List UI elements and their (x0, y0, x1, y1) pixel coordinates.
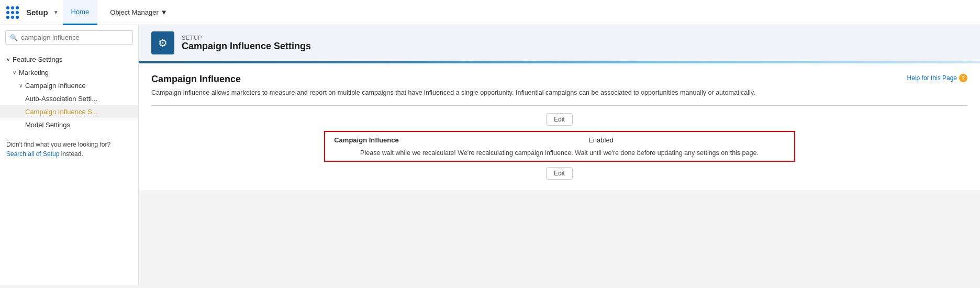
sidebar-item-auto-association[interactable]: Auto-Association Setti... (0, 92, 138, 105)
page-header: ⚙ SETUP Campaign Influence Settings (139, 25, 980, 61)
search-all-setup-link[interactable]: Search all of Setup (6, 150, 59, 158)
sidebar-item-feature-settings[interactable]: ∨ Feature Settings (0, 53, 138, 66)
app-dropdown-arrow[interactable]: ▼ (53, 9, 59, 15)
search-input[interactable] (21, 34, 128, 41)
settings-table: Campaign Influence Enabled Please wait w… (324, 131, 795, 162)
table-value-cell: Enabled (408, 131, 795, 148)
sidebar: 🔍 ∨ Feature Settings ∨ Marketing ∨ Campa… (0, 25, 139, 285)
collapse-arrow-marketing: ∨ (13, 70, 16, 75)
nav-tab-home[interactable]: Home (63, 0, 98, 25)
edit-button-top[interactable]: Edit (546, 113, 573, 126)
collapse-arrow-campaign-influence: ∨ (19, 83, 23, 88)
main-layout: 🔍 ∨ Feature Settings ∨ Marketing ∨ Campa… (0, 25, 980, 285)
sidebar-footer: Didn't find what you were looking for? S… (0, 134, 138, 165)
object-manager-dropdown-arrow: ▼ (161, 8, 168, 16)
table-label-cell: Campaign Influence (325, 131, 408, 148)
sidebar-item-campaign-influence-settings[interactable]: Campaign Influence S... (0, 105, 138, 118)
section-description: Campaign Influence allows marketers to m… (151, 88, 967, 106)
section-title: Campaign Influence (151, 74, 241, 85)
section-header: Campaign Influence Help for this Page ? (151, 74, 967, 85)
page-header-text: SETUP Campaign Influence Settings (182, 35, 311, 52)
setup-label: SETUP (182, 35, 311, 41)
help-link[interactable]: Help for this Page ? (907, 74, 967, 82)
table-notice-row: Please wait while we recalculate! We're … (325, 148, 795, 161)
notice-text-cell: Please wait while we recalculate! We're … (325, 148, 795, 161)
sidebar-item-campaign-influence[interactable]: ∨ Campaign Influence (0, 79, 138, 92)
sidebar-item-marketing[interactable]: ∨ Marketing (0, 66, 138, 79)
collapse-arrow-feature-settings: ∨ (6, 57, 10, 62)
page-title: Campaign Influence Settings (182, 41, 311, 52)
edit-button-bottom[interactable]: Edit (546, 167, 573, 180)
table-row-enabled: Campaign Influence Enabled (325, 131, 795, 148)
search-icon: 🔍 (10, 34, 18, 41)
content-area: ⚙ SETUP Campaign Influence Settings Camp… (139, 25, 980, 285)
search-box[interactable]: 🔍 (5, 30, 133, 45)
top-nav: Setup ▼ Home Object Manager ▼ (0, 0, 980, 25)
app-name: Setup (26, 8, 48, 17)
content-body: Campaign Influence Help for this Page ? … (139, 63, 980, 190)
sidebar-item-model-settings[interactable]: Model Settings (0, 118, 138, 131)
help-icon: ? (959, 74, 967, 82)
sidebar-section-feature-settings: ∨ Feature Settings ∨ Marketing ∨ Campaig… (0, 51, 138, 134)
settings-table-wrapper: Edit Campaign Influence Enabled Please w… (151, 113, 967, 180)
nav-tab-object-manager[interactable]: Object Manager ▼ (102, 0, 175, 25)
setup-gear-icon: ⚙ (151, 31, 174, 54)
app-launcher-icon[interactable] (6, 6, 19, 19)
